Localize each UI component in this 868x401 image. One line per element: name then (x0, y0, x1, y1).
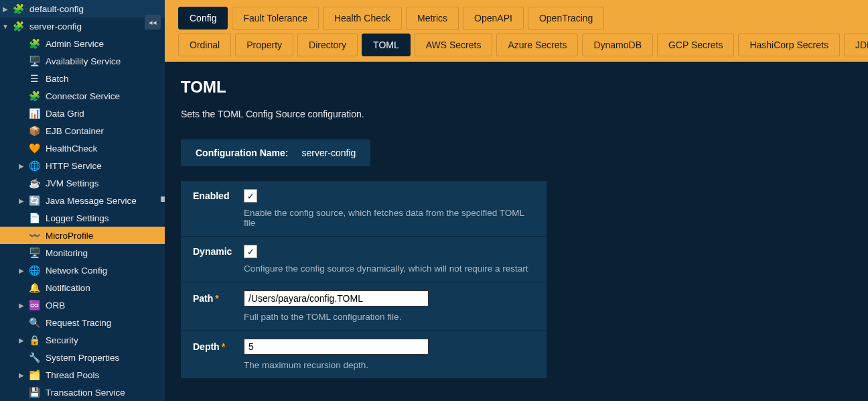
tab-ordinal[interactable]: Ordinal (178, 34, 231, 56)
tab-toml[interactable]: TOML (362, 34, 411, 56)
sidebar-item-default-config[interactable]: ▶🧩default-config (0, 0, 165, 17)
field-depth: Depth* The maximum recursion depth. (181, 330, 547, 378)
sidebar-item-label: server-config (29, 21, 161, 32)
sidebar-item-admin-service[interactable]: ▶🧩Admin Service (0, 35, 165, 52)
tree-node-icon: 🖥️ (28, 55, 40, 67)
tree-node-icon: 📊 (28, 107, 40, 119)
expand-arrow-icon[interactable]: ▼ (1, 23, 9, 30)
expand-arrow-icon[interactable]: ▶ (17, 371, 25, 379)
sidebar-item-ejb-container[interactable]: ▶📦EJB Container (0, 122, 165, 139)
tree-node-icon: 🌐 (28, 160, 40, 172)
sidebar-item-label: HealthCheck (46, 144, 161, 154)
sidebar-item-label: Request Tracing (46, 318, 161, 328)
field-dynamic-help: Configure the config source dynamically,… (244, 264, 534, 274)
check-icon: ✓ (247, 191, 255, 201)
tree-node-icon: 🌐 (28, 264, 40, 276)
sidebar-item-microprofile[interactable]: ▶〰️MicroProfile (0, 227, 165, 244)
tree-node-icon: 〰️ (28, 229, 40, 241)
tree-node-icon: 🧩 (12, 3, 24, 15)
sidebar-item-label: EJB Container (46, 126, 161, 136)
tree-node-icon: 🔍 (28, 317, 40, 329)
sidebar-item-network-config[interactable]: ▶🌐Network Config (0, 262, 165, 279)
page-description: Sets the TOML Config Source configuratio… (181, 109, 852, 119)
sidebar-item-label: Logger Settings (46, 213, 161, 223)
tab-metrics[interactable]: Metrics (406, 7, 459, 30)
sidebar-item-label: System Properties (46, 353, 161, 363)
tab-hashicorp-secrets[interactable]: HashiCorp Secrets (738, 34, 840, 56)
expand-arrow-icon[interactable]: ▶ (17, 162, 25, 170)
tab-health-check[interactable]: Health Check (323, 7, 402, 30)
form-panel: Enabled ✓ Enable the config source, whic… (181, 181, 547, 378)
tab-jdbc[interactable]: JDBC (844, 34, 868, 56)
sidebar-item-request-tracing[interactable]: ▶🔍Request Tracing (0, 314, 165, 331)
required-star-icon: * (222, 341, 225, 352)
tab-aws-secrets[interactable]: AWS Secrets (415, 34, 493, 56)
depth-input[interactable] (244, 339, 429, 355)
tree-node-icon: 🗂️ (28, 369, 40, 381)
sidebar-item-transaction-service[interactable]: ▶💾Transaction Service (0, 384, 165, 401)
sidebar-item-label: ORB (46, 300, 161, 310)
collapse-sidebar-button[interactable]: ◂◂ (145, 15, 161, 30)
tree-node-icon: ☰ (28, 72, 40, 84)
sidebar-item-security[interactable]: ▶🔒Security (0, 331, 165, 349)
sidebar-item-java-message-service[interactable]: ▶🔄Java Message Service (0, 192, 165, 209)
field-enabled: Enabled ✓ Enable the config source, whic… (181, 181, 547, 236)
tab-property[interactable]: Property (235, 34, 293, 56)
sidebar-item-batch[interactable]: ▶☰Batch (0, 70, 165, 87)
sidebar-item-system-properties[interactable]: ▶🔧System Properties (0, 349, 165, 366)
sidebar-item-label: Availability Service (46, 56, 161, 66)
tree-node-icon: 🧩 (28, 90, 40, 102)
tree-node-icon: 🔧 (28, 351, 40, 363)
expand-arrow-icon[interactable]: ▶ (1, 5, 9, 13)
sidebar-item-label: default-config (29, 4, 161, 14)
sidebar-item-monitoring[interactable]: ▶🖥️Monitoring (0, 244, 165, 262)
tab-fault-tolerance[interactable]: Fault Tolerance (232, 7, 318, 30)
sidebar-item-availability-service[interactable]: ▶🖥️Availability Service (0, 52, 165, 70)
sidebar-item-label: Transaction Service (46, 388, 161, 398)
content-area: TOML Sets the TOML Config Source configu… (165, 62, 868, 401)
sidebar-item-orb[interactable]: ▶♾️ORB (0, 296, 165, 314)
tree-node-icon: ☕ (28, 177, 40, 189)
sidebar-item-server-config[interactable]: ▼🧩server-config (0, 17, 165, 35)
tree-node-icon: 📄 (28, 212, 40, 224)
tree-node-icon: 💾 (28, 386, 40, 398)
sidebar-resize-handle[interactable] (161, 196, 165, 202)
field-path-help: Full path to the TOML configuration file… (244, 312, 534, 322)
tab-opentracing[interactable]: OpenTracing (528, 7, 604, 30)
field-enabled-help: Enable the config source, which fetches … (244, 208, 534, 228)
path-input[interactable] (244, 290, 429, 306)
tree-node-icon: 🧩 (28, 38, 40, 50)
tab-config[interactable]: Config (178, 7, 228, 30)
sidebar-item-data-grid[interactable]: ▶📊Data Grid (0, 105, 165, 122)
expand-arrow-icon[interactable]: ▶ (17, 267, 25, 274)
tab-dynamodb[interactable]: DynamoDB (582, 34, 653, 56)
field-depth-label: Depth* (193, 341, 244, 352)
expand-arrow-icon[interactable]: ▶ (17, 197, 25, 205)
sidebar-item-notification[interactable]: ▶🔔Notification (0, 279, 165, 296)
sidebar-item-healthcheck[interactable]: ▶🧡HealthCheck (0, 139, 165, 157)
sidebar-tree[interactable]: ◂◂ ▶🧩default-config▼🧩server-config▶🧩Admi… (0, 0, 165, 401)
enabled-checkbox[interactable]: ✓ (244, 189, 257, 203)
expand-arrow-icon[interactable]: ▶ (17, 302, 25, 309)
sidebar-item-label: Batch (46, 74, 161, 84)
tree-node-icon: 📦 (28, 125, 40, 137)
tab-openapi[interactable]: OpenAPI (463, 7, 524, 30)
sidebar-item-connector-service[interactable]: ▶🧩Connector Service (0, 87, 165, 105)
field-depth-help: The maximum recursion depth. (244, 360, 534, 370)
sidebar-item-logger-settings[interactable]: ▶📄Logger Settings (0, 209, 165, 227)
tree-node-icon: ♾️ (28, 299, 40, 311)
check-icon: ✓ (247, 247, 255, 257)
sidebar-item-label: MicroProfile (46, 231, 161, 241)
sidebar-item-http-service[interactable]: ▶🌐HTTP Service (0, 157, 165, 174)
sidebar-item-jvm-settings[interactable]: ▶☕JVM Settings (0, 174, 165, 192)
tab-azure-secrets[interactable]: Azure Secrets (496, 34, 578, 56)
tab-directory[interactable]: Directory (297, 34, 358, 56)
dynamic-checkbox[interactable]: ✓ (244, 245, 257, 258)
page-title: TOML (181, 78, 852, 97)
sidebar-item-label: Network Config (46, 266, 161, 276)
tree-node-icon: 🔒 (28, 334, 40, 346)
expand-arrow-icon[interactable]: ▶ (17, 337, 25, 344)
tree-node-icon: 🔔 (28, 282, 40, 294)
tab-gcp-secrets[interactable]: GCP Secrets (657, 34, 734, 56)
sidebar-item-thread-pools[interactable]: ▶🗂️Thread Pools (0, 366, 165, 384)
